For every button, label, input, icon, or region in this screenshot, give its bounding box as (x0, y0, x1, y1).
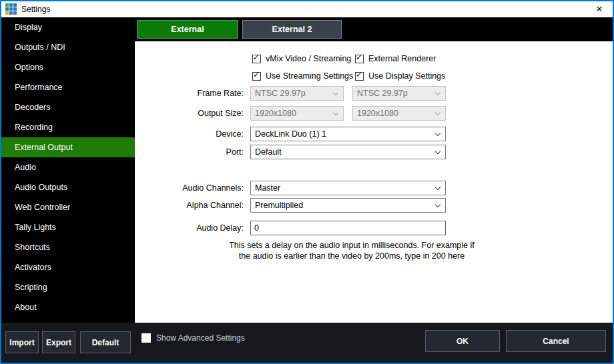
port-row: Port: Default (135, 145, 613, 159)
window-title: Settings (21, 1, 50, 17)
checkbox-checked-icon: ✓ (252, 72, 261, 81)
show-advanced-settings-checkbox[interactable]: Show Advanced Settings (141, 333, 245, 343)
sidebar-item-recording[interactable]: Recording (1, 117, 135, 137)
frame-rate-select-2[interactable]: NTSC 29.97p (352, 86, 446, 101)
sidebar-item-scripting[interactable]: Scripting (1, 277, 135, 297)
tab-external[interactable]: External (137, 20, 238, 39)
vmix-logo-icon (5, 3, 17, 15)
sidebar-item-web-controller[interactable]: Web Controller (1, 197, 135, 217)
audio-channels-row: Audio Channels: Master (135, 181, 613, 195)
frame-rate-select-1[interactable]: NTSC 29.97p (250, 86, 344, 101)
default-button[interactable]: Default (80, 331, 131, 353)
sidebar-item-display[interactable]: Display (1, 17, 135, 37)
external-renderer-checkbox[interactable]: ✓ External Renderer (355, 53, 436, 64)
sidebar-item-tally-lights[interactable]: Tally Lights (1, 217, 135, 237)
alpha-channel-label: Alpha Channel: (135, 198, 244, 213)
ok-button[interactable]: OK (425, 330, 500, 352)
audio-channels-label: Audio Channels: (135, 181, 244, 195)
chevron-down-icon (435, 90, 440, 95)
sidebar-item-external-output[interactable]: External Output (1, 137, 135, 157)
tab-strip: External External 2 (135, 17, 613, 41)
close-icon[interactable]: ✕ (591, 3, 607, 16)
show-advanced-settings-label: Show Advanced Settings (156, 333, 245, 343)
audio-channels-select[interactable]: Master (250, 181, 446, 195)
audio-delay-row: Audio Delay: (135, 221, 613, 235)
chevron-down-icon (435, 185, 440, 190)
port-label: Port: (135, 145, 244, 159)
device-label: Device: (135, 127, 244, 141)
footer-bar: Import Export Default Show Advanced Sett… (1, 323, 613, 363)
use-display-settings-label: Use Display Settings (368, 71, 445, 81)
use-streaming-settings-checkbox[interactable]: ✓ Use Streaming Settings (252, 71, 353, 81)
audio-delay-help-text: This sets a delay on the audio input in … (228, 240, 475, 261)
vmix-video-streaming-checkbox[interactable]: ✓ vMix Video / Streaming (252, 53, 351, 64)
export-button[interactable]: Export (42, 331, 75, 353)
audio-delay-input[interactable] (250, 221, 446, 235)
sidebar-item-outputs-ndi[interactable]: Outputs / NDI (1, 37, 135, 57)
frame-rate-row: Frame Rate: NTSC 29.97p NTSC 29.97p (135, 86, 613, 101)
sidebar-item-shortcuts[interactable]: Shortcuts (1, 237, 135, 257)
output-size-label: Output Size: (135, 106, 244, 121)
chevron-down-icon (435, 202, 440, 207)
title-bar: Settings ✕ (1, 1, 613, 17)
sidebar-item-about[interactable]: About (1, 297, 135, 317)
output-size-select-2[interactable]: 1920x1080 (352, 106, 446, 121)
tab-external-2[interactable]: External 2 (242, 20, 342, 39)
port-select[interactable]: Default (250, 145, 446, 159)
use-streaming-settings-label: Use Streaming Settings (266, 71, 353, 81)
external-renderer-label: External Renderer (368, 54, 436, 63)
use-display-settings-checkbox[interactable]: ✓ Use Display Settings (355, 71, 445, 81)
chevron-down-icon (333, 110, 338, 115)
sidebar-item-performance[interactable]: Performance (1, 77, 135, 97)
sidebar-item-decoders[interactable]: Decoders (1, 97, 135, 117)
sidebar-item-options[interactable]: Options (1, 57, 135, 77)
frame-rate-label: Frame Rate: (135, 86, 244, 101)
sidebar-item-activators[interactable]: Activators (1, 257, 135, 277)
vmix-video-streaming-label: vMix Video / Streaming (266, 54, 351, 63)
checkbox-checked-icon: ✓ (355, 72, 364, 81)
chevron-down-icon (435, 149, 440, 154)
settings-window: Settings ✕ Display Outputs / NDI Options… (0, 0, 614, 364)
device-row: Device: DeckLink Duo (1) 1 (135, 127, 613, 141)
chevron-down-icon (435, 131, 440, 136)
audio-delay-label: Audio Delay: (135, 221, 244, 235)
external-output-panel: ✓ vMix Video / Streaming ✓ External Rend… (135, 41, 613, 323)
import-button[interactable]: Import (5, 331, 39, 353)
checkbox-checked-icon: ✓ (252, 55, 261, 63)
output-size-row: Output Size: 1920x1080 1920x1080 (135, 106, 613, 121)
cancel-button[interactable]: Cancel (506, 330, 606, 352)
checkbox-unchecked-icon (141, 333, 151, 343)
device-select[interactable]: DeckLink Duo (1) 1 (250, 127, 446, 141)
chevron-down-icon (333, 90, 338, 95)
alpha-channel-row: Alpha Channel: Premultiplied (135, 198, 613, 213)
sidebar-item-audio-outputs[interactable]: Audio Outputs (1, 177, 135, 197)
settings-sidebar: Display Outputs / NDI Options Performanc… (1, 17, 135, 323)
checkbox-checked-icon: ✓ (355, 55, 364, 63)
alpha-channel-select[interactable]: Premultiplied (250, 198, 446, 213)
sidebar-item-audio[interactable]: Audio (1, 157, 135, 177)
chevron-down-icon (435, 110, 440, 115)
output-size-select-1[interactable]: 1920x1080 (250, 106, 344, 121)
